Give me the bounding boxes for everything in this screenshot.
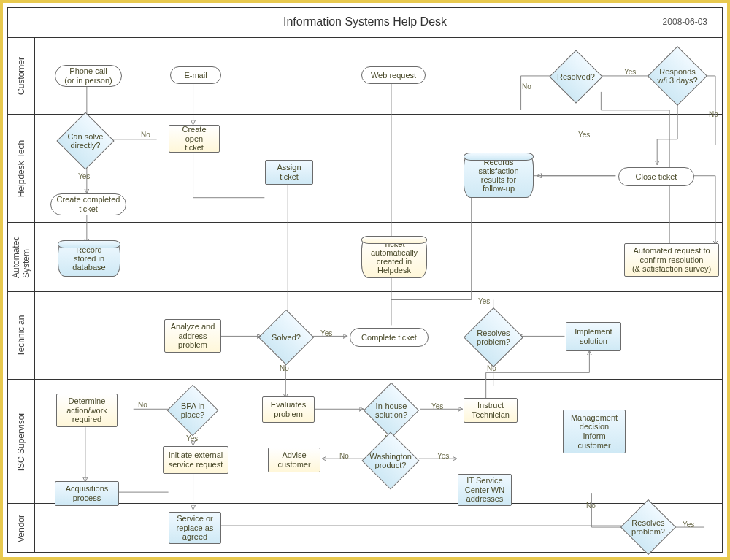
- label-no: No: [141, 131, 150, 139]
- lane-label-helpdesk-tech: Helpdesk Tech: [8, 114, 34, 222]
- node-resolved: Resolved?: [557, 58, 595, 96]
- node-assign-ticket: Assign ticket: [265, 160, 313, 185]
- label-no: No: [487, 364, 496, 372]
- node-ticket-auto-created: Ticket automatically created in Helpdesk: [361, 236, 427, 278]
- node-complete-ticket: Complete ticket: [350, 328, 429, 347]
- node-create-open-ticket: Create open ticket: [169, 125, 220, 153]
- node-email: E-mail: [170, 66, 221, 84]
- node-initiate-external-sr: Initiate external service request: [163, 446, 228, 474]
- diagram-header: Information Systems Help Desk 2008-06-03: [8, 8, 722, 38]
- node-close-ticket: Close ticket: [618, 167, 694, 186]
- diagram-title: Information Systems Help Desk: [8, 15, 722, 28]
- node-washington-product: Washington product?: [370, 440, 411, 481]
- node-implement-solution: Implement solution: [566, 322, 621, 351]
- lane-text: Vendor: [16, 515, 26, 542]
- node-responds-3days: Responds w/i 3 days?: [656, 55, 699, 97]
- node-evaluates-problem: Evaluates problem: [262, 396, 315, 423]
- node-records-satisfaction: Records satisfaction results for follow-…: [464, 153, 534, 198]
- lane-label-isc-supervisor: ISC Supervisor: [8, 379, 34, 503]
- lane-text: Automated System: [11, 236, 31, 278]
- node-can-solve-directly: Can solve directly?: [65, 120, 106, 161]
- node-record-stored-db: Record stored in database: [58, 240, 120, 277]
- label-no: No: [522, 83, 531, 91]
- node-management-decision: Management decision Inform customer: [563, 410, 626, 453]
- label-yes: Yes: [683, 521, 694, 529]
- lane-label-vendor: Vendor: [8, 503, 34, 553]
- lane-label-technician: Technician: [8, 291, 34, 379]
- label-yes: Yes: [624, 68, 636, 76]
- node-automated-request-confirm: Automated request to confirm resolution …: [624, 243, 719, 277]
- node-phone-call: Phone call (or in person): [55, 65, 122, 87]
- node-acquisitions-process: Acquisitions process: [55, 481, 119, 506]
- lane-label-automated-system: Automated System: [8, 222, 34, 291]
- label-no: No: [138, 401, 147, 409]
- node-resolves-problem-tech: Resolves problem?: [472, 316, 515, 358]
- label-no: No: [339, 452, 349, 460]
- label-no: No: [709, 110, 718, 118]
- node-it-service-center: IT Service Center WN addresses: [458, 474, 512, 506]
- node-bpa-in-place: BPA in place?: [174, 392, 211, 429]
- node-resolves-problem-vendor: Resolves problem?: [629, 507, 668, 547]
- label-no: No: [280, 364, 289, 372]
- lane-text: Customer: [16, 56, 26, 94]
- node-analyze-address: Analyze and address problem: [164, 319, 221, 353]
- node-determine-action: Determine action/work required: [56, 394, 118, 427]
- label-yes: Yes: [186, 434, 198, 442]
- node-instruct-technician: Instruct Technician: [464, 398, 518, 423]
- label-yes: Yes: [437, 452, 449, 460]
- diagram-canvas: Phone call (or in person) E-mail Web req…: [34, 37, 722, 552]
- label-yes: Yes: [431, 402, 443, 410]
- node-service-replace: Service or replace as agreed: [169, 512, 221, 544]
- lane-text: Technician: [16, 315, 26, 356]
- node-create-completed-ticket: Create completed ticket: [50, 193, 126, 215]
- lane-label-column: Customer Helpdesk Tech Automated System …: [8, 37, 35, 552]
- label-yes: Yes: [320, 329, 332, 337]
- label-yes: Yes: [478, 297, 490, 305]
- node-solved: Solved?: [266, 318, 306, 357]
- label-no: No: [586, 502, 596, 510]
- lane-label-customer: Customer: [8, 37, 34, 114]
- lane-text: ISC Supervisor: [16, 412, 26, 471]
- node-web-request: Web request: [361, 66, 426, 84]
- diagram-date: 2008-06-03: [663, 17, 707, 27]
- label-yes: Yes: [578, 131, 590, 139]
- lane-text: Helpdesk Tech: [16, 139, 26, 197]
- node-advise-customer: Advise customer: [268, 448, 320, 472]
- node-in-house-solution: In-house solution?: [372, 391, 411, 430]
- label-yes: Yes: [78, 172, 90, 180]
